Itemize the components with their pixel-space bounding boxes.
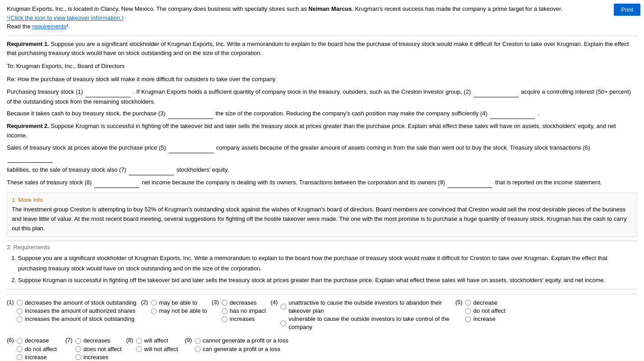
footnote-title: 1: More Info xyxy=(12,196,632,203)
group6-option3-text: increase xyxy=(25,353,47,361)
blank7 xyxy=(129,165,174,175)
answer-row2: (6) decrease do not affect increase xyxy=(7,337,637,361)
group4-label: (4) xyxy=(270,299,278,306)
read-text: Read the xyxy=(7,23,32,30)
group6-radio1[interactable] xyxy=(17,338,23,344)
group6-option2-text: do not affect xyxy=(25,345,57,353)
group6-option3[interactable]: increase xyxy=(17,353,57,361)
group9-options: cannot generate a profit or a loss can g… xyxy=(195,337,288,353)
group1-option3-text: increases the amount of stock outstandin… xyxy=(25,315,135,323)
group2-label: (2) xyxy=(141,299,148,306)
answer-group2: (2) may be able to may not be able to xyxy=(141,299,207,315)
group7-option2[interactable]: does not affect xyxy=(75,345,122,353)
group5-option1-text: decrease xyxy=(473,299,497,307)
group1-label: (1) xyxy=(7,299,14,306)
group5-radio3[interactable] xyxy=(465,316,471,322)
group4-radio2[interactable] xyxy=(280,320,286,326)
group3-option3[interactable]: increases xyxy=(222,315,266,323)
group3-label: (3) xyxy=(212,299,219,306)
answer-group8: (8) will affect will not affect xyxy=(126,337,180,353)
req2-text: Suppose Krugman is successful in fightin… xyxy=(7,123,616,139)
group4-option1[interactable]: unattractive to cause the outside invest… xyxy=(280,299,451,315)
group3-option2[interactable]: has no impact xyxy=(222,307,266,315)
group3-radio1[interactable] xyxy=(222,300,228,306)
group4-option1-text: unattractive to cause the outside invest… xyxy=(288,299,451,315)
requirement1-section: Requirement 1. Suppose you are a signifi… xyxy=(7,40,637,188)
group4-radio1[interactable] xyxy=(280,304,286,310)
para1-text2: . If Krugman Exports holds a sufficient … xyxy=(133,88,471,95)
group9-radio1[interactable] xyxy=(195,338,201,344)
req1-bold: Requirement 1. xyxy=(7,41,49,47)
para1-text1: Purchasing treasury stock (1) xyxy=(7,88,83,95)
group5-radio2[interactable] xyxy=(465,308,471,314)
group2-option1[interactable]: may be able to xyxy=(151,299,207,307)
group1-radio3[interactable] xyxy=(17,316,23,322)
requirements-link[interactable]: requirements xyxy=(32,23,66,30)
group8-radio2[interactable] xyxy=(136,346,142,352)
group5-radio1[interactable] xyxy=(465,300,471,306)
group4-option2[interactable]: vulnerable to cause the outside investor… xyxy=(280,315,451,331)
header-paragraph: Krugman Exports, Inc., is located in Cla… xyxy=(7,5,606,14)
header-text2: . Krugman's recent success has made the … xyxy=(352,5,562,12)
group7-radio3[interactable] xyxy=(75,354,81,360)
group1-radio1[interactable] xyxy=(17,300,23,306)
group7-label: (7) xyxy=(65,337,73,343)
print-button[interactable]: Print xyxy=(614,4,640,16)
group5-option2[interactable]: do not affect xyxy=(465,307,505,315)
group6-radio3[interactable] xyxy=(17,354,23,360)
req2-header: Requirement 2. Suppose Krugman is succes… xyxy=(7,122,637,141)
blank3 xyxy=(168,109,213,119)
group9-radio2[interactable] xyxy=(195,346,201,352)
group2-option2-text: may not be able to xyxy=(159,307,207,315)
group6-radio2[interactable] xyxy=(17,346,23,352)
group6-option1-text: decrease xyxy=(25,337,49,345)
para4-text1: These sales of treasury stock (8) xyxy=(7,179,92,186)
group7-option3[interactable]: increases xyxy=(75,353,122,361)
group2-radio1[interactable] xyxy=(151,300,157,306)
group3-radio2[interactable] xyxy=(222,308,228,314)
group9-option1[interactable]: cannot generate a profit or a loss xyxy=(195,337,288,345)
footnote1-link[interactable]: ¹(Click the icon to view takeover inform… xyxy=(7,14,123,21)
para3-text1: Sales of treasury stock at prices above … xyxy=(7,144,166,151)
group6-options: decrease do not affect increase xyxy=(17,337,57,361)
answer-group1: (1) decreases the amount of stock outsta… xyxy=(7,299,137,324)
group7-radio2[interactable] xyxy=(75,346,81,352)
group2-radio2[interactable] xyxy=(151,308,157,314)
group1-option1[interactable]: decreases the amount of stock outstandin… xyxy=(17,299,137,307)
group6-option2[interactable]: do not affect xyxy=(17,345,57,353)
group8-option1[interactable]: will affect xyxy=(136,337,178,345)
group3-radio3[interactable] xyxy=(222,316,228,322)
group9-option2[interactable]: can generate a profit or a loss xyxy=(195,345,288,353)
group5-option3[interactable]: increase xyxy=(465,315,505,323)
para4: These sales of treasury stock (8) net in… xyxy=(7,178,637,188)
group1-radio2[interactable] xyxy=(17,308,23,314)
group3-option1[interactable]: decreases xyxy=(222,299,266,307)
group6-option1[interactable]: decrease xyxy=(17,337,57,345)
group3-header: (3) decreases has no impact increases xyxy=(212,299,266,324)
group8-radio1[interactable] xyxy=(136,338,142,344)
req1-text: Suppose you are a significant stockholde… xyxy=(7,41,629,57)
footnote-body: The investment group Creston is attempti… xyxy=(12,205,632,233)
group1-option2[interactable]: increases the amount of authorized share… xyxy=(17,307,137,315)
group2-option2[interactable]: may not be able to xyxy=(151,307,207,315)
group6-label: (6) xyxy=(7,337,14,343)
group8-option2[interactable]: will not affect xyxy=(136,345,178,353)
group3-option1-text: decreases xyxy=(230,299,257,307)
para4-text2: net income because the company is dealin… xyxy=(142,179,445,186)
blank6 xyxy=(8,153,53,163)
group9-header: (9) cannot generate a profit or a loss c… xyxy=(185,337,288,353)
para1: Purchasing treasury stock (1) . If Krugm… xyxy=(7,87,637,107)
divider2 xyxy=(7,289,637,289)
group5-option1[interactable]: decrease xyxy=(465,299,505,307)
group7-option1[interactable]: decreases xyxy=(75,337,122,345)
group7-radio1[interactable] xyxy=(75,338,81,344)
para4-text3: that is reported on the income statement… xyxy=(495,179,602,186)
group7-header: (7) decreases does not affect increases xyxy=(65,337,122,361)
group3-option2-text: has no impact xyxy=(230,307,266,315)
group1-option3[interactable]: increases the amount of stock outstandin… xyxy=(17,315,137,323)
footnote-section: 1: More Info The investment group Cresto… xyxy=(7,192,637,237)
answer-group3: (3) decreases has no impact increases xyxy=(212,299,266,324)
group4-option2-text: vulnerable to cause the outside investor… xyxy=(288,315,451,331)
group1-option2-text: increases the amount of authorized share… xyxy=(25,307,136,315)
group2-header: (2) may be able to may not be able to xyxy=(141,299,207,315)
